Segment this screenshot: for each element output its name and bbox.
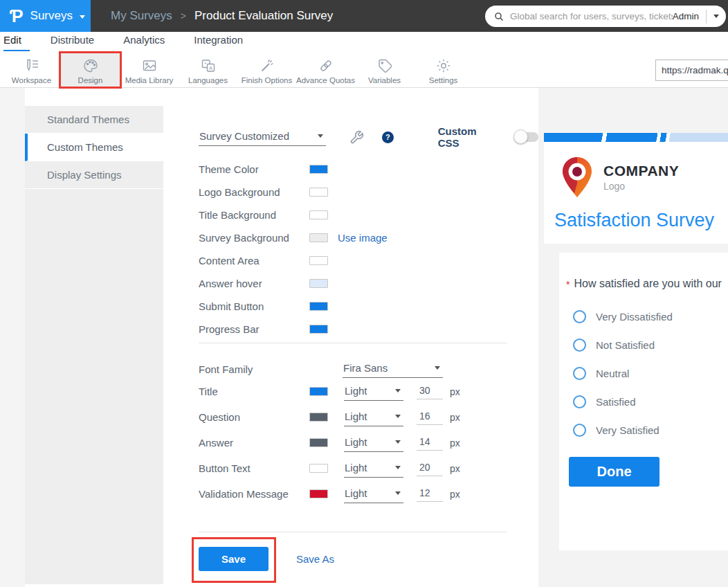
- help-icon[interactable]: ?: [382, 132, 394, 143]
- option-not-satisfied[interactable]: Not Satisfied: [573, 331, 728, 359]
- survey-url-input[interactable]: [655, 60, 728, 81]
- option-very-satisfied[interactable]: Very Satisfied: [573, 416, 728, 444]
- toolbar-item-label: Finish Options: [242, 76, 293, 84]
- font-row-label: Validation Message: [199, 488, 309, 500]
- toolbar-item-workspace[interactable]: Workspace: [2, 53, 61, 87]
- font-size-input[interactable]: [417, 435, 443, 451]
- chevron-down-icon: [395, 389, 401, 392]
- left-rail: [0, 88, 25, 587]
- color-swatch[interactable]: [309, 256, 328, 265]
- font-color-swatch[interactable]: [309, 387, 328, 396]
- color-swatch[interactable]: [309, 210, 328, 219]
- design-settings-panel: Survey Customized ? Custom CSS Theme Col…: [163, 88, 538, 587]
- tab-analytics[interactable]: Analytics: [115, 32, 173, 50]
- font-color-swatch[interactable]: [309, 464, 328, 473]
- color-row-submit-button: Submit Button: [199, 295, 507, 318]
- tab-edit[interactable]: Edit: [3, 32, 30, 51]
- option-neutral[interactable]: Neutral: [573, 359, 728, 388]
- breadcrumb-current: Product Evaluation Survey: [194, 9, 333, 23]
- search-input[interactable]: [510, 11, 673, 21]
- color-swatch[interactable]: [309, 279, 328, 288]
- font-row-label: Title: [199, 386, 309, 397]
- toolbar-item-variables[interactable]: Variables: [355, 53, 414, 87]
- font-weight-select[interactable]: Light: [344, 408, 403, 426]
- font-size-input[interactable]: [417, 383, 443, 399]
- sidebar-item-custom-themes[interactable]: Custom Themes: [25, 134, 163, 161]
- color-settings: Theme Color Logo Background Title Backgr…: [199, 158, 507, 341]
- font-weight-select[interactable]: Light: [344, 434, 403, 452]
- account-chevron-down-icon[interactable]: [713, 15, 719, 18]
- chevron-down-icon: [395, 440, 401, 444]
- toolbar-item-media-library[interactable]: Media Library: [120, 53, 179, 87]
- option-label: Very Satisfied: [596, 424, 659, 436]
- font-weight-select[interactable]: Light: [344, 383, 403, 401]
- font-weight-select[interactable]: Light: [344, 460, 403, 478]
- color-swatch[interactable]: [309, 302, 328, 311]
- radio-icon[interactable]: [573, 338, 586, 352]
- option-label: Satisfied: [596, 396, 636, 408]
- font-size-input[interactable]: [417, 409, 443, 425]
- font-row-title: Title Light px: [199, 379, 507, 404]
- font-row-button-text: Button Text Light px: [199, 455, 507, 481]
- product-menu[interactable]: Ƥ Surveys: [0, 0, 91, 32]
- color-swatch[interactable]: [309, 233, 328, 242]
- radio-icon[interactable]: [573, 367, 586, 380]
- chevron-down-icon: [435, 366, 440, 370]
- color-swatch[interactable]: [309, 188, 328, 197]
- wrench-icon: [349, 130, 364, 145]
- color-row-theme-color: Theme Color: [199, 158, 507, 181]
- radio-icon[interactable]: [573, 310, 586, 323]
- done-button[interactable]: Done: [569, 457, 659, 487]
- radio-icon[interactable]: [573, 395, 586, 408]
- page: Ƥ Surveys My Surveys > Product Evaluatio…: [0, 0, 728, 587]
- font-size-unit: px: [450, 437, 460, 449]
- option-very-dissatisfied[interactable]: Very Dissatisfied: [573, 302, 728, 331]
- app-logo-icon: Ƥ: [10, 8, 24, 25]
- theme-select[interactable]: Survey Customized: [199, 128, 326, 146]
- color-row-survey-background: Survey Background Use image: [199, 226, 507, 249]
- toolbar-item-design[interactable]: Design: [61, 53, 120, 87]
- font-weight-select[interactable]: Light: [344, 485, 403, 503]
- toolbar-item-advance-quotas[interactable]: Advance Quotas: [296, 53, 355, 87]
- radio-icon[interactable]: [573, 424, 586, 437]
- font-size-input[interactable]: [417, 486, 443, 502]
- font-family-select[interactable]: Fira Sans: [343, 360, 443, 378]
- breadcrumb-parent[interactable]: My Surveys: [111, 9, 172, 23]
- tab-integration[interactable]: Integration: [185, 32, 251, 50]
- font-family-value: Fira Sans: [343, 362, 388, 374]
- survey-title: Satisfaction Survey: [554, 210, 728, 231]
- account-menu[interactable]: Admin: [673, 11, 699, 21]
- sidebar-item-display-settings[interactable]: Display Settings: [25, 161, 163, 189]
- preview-accent-band: [544, 133, 728, 142]
- chevron-down-icon: [395, 491, 401, 495]
- font-size-unit: px: [450, 412, 460, 423]
- divider: [199, 532, 507, 532]
- divider: [706, 10, 707, 24]
- toolbar-item-finish-options[interactable]: Finish Options: [237, 53, 296, 87]
- toolbar-item-label: Design: [78, 76, 103, 84]
- font-color-swatch[interactable]: [309, 413, 328, 422]
- toolbar-item-settings[interactable]: Settings: [414, 53, 473, 87]
- save-as-link[interactable]: Save As: [296, 553, 334, 565]
- sidebar-item-standard-themes[interactable]: Standard Themes: [25, 106, 163, 134]
- font-color-swatch[interactable]: [309, 438, 328, 447]
- use-image-link[interactable]: Use image: [338, 232, 388, 244]
- color-row-progress-bar: Progress Bar: [199, 318, 507, 341]
- image-icon: [141, 57, 158, 74]
- tab-distribute[interactable]: Distribute: [42, 32, 102, 50]
- color-swatch[interactable]: [309, 325, 328, 334]
- chevron-down-icon: [395, 466, 401, 469]
- color-row-label: Survey Background: [199, 232, 309, 244]
- font-color-swatch[interactable]: [309, 489, 328, 498]
- save-button[interactable]: Save: [199, 547, 269, 571]
- color-swatch[interactable]: [309, 165, 328, 174]
- theme-edit-button[interactable]: [349, 130, 364, 145]
- preview-logo: COMPANY Logo: [559, 156, 728, 199]
- font-size-input[interactable]: [417, 460, 443, 476]
- color-row-label: Progress Bar: [199, 323, 309, 335]
- toolbar-item-label: Workspace: [12, 76, 51, 84]
- custom-css-toggle[interactable]: [515, 132, 538, 142]
- toolbar-item-languages[interactable]: * A Languages: [179, 53, 237, 87]
- option-satisfied[interactable]: Satisfied: [573, 388, 728, 416]
- chevron-down-icon: [318, 134, 323, 138]
